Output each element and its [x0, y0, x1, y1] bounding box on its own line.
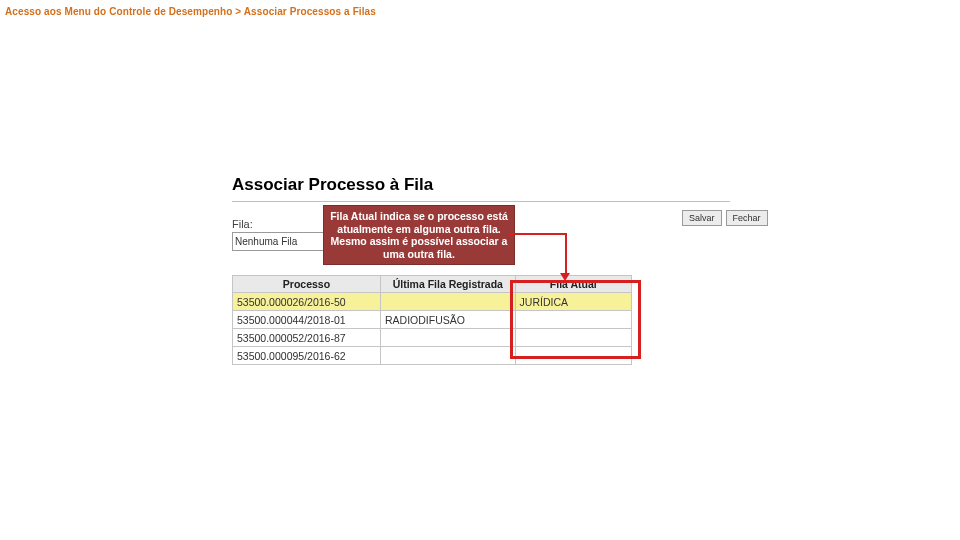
table-row: 53500.000044/2018-01RADIODIFUSÃO	[233, 311, 632, 329]
fila-select-value: Nenhuma Fila	[235, 234, 297, 249]
cell-ultima: RADIODIFUSÃO	[380, 311, 515, 329]
form-panel: Associar Processo à Fila Fila: Nenhuma F…	[232, 175, 730, 365]
col-processo: Processo	[233, 276, 381, 293]
cell-processo: 53500.000095/2016-62	[233, 347, 381, 365]
cell-ultima	[380, 329, 515, 347]
save-button[interactable]: Salvar	[682, 210, 722, 226]
table-row: 53500.000052/2016-87	[233, 329, 632, 347]
title-divider	[232, 201, 730, 202]
table-row: 53500.000026/2016-50JURÍDICA	[233, 293, 632, 311]
table-header-row: Processo Última Fila Registrada Fila Atu…	[233, 276, 632, 293]
cell-atual	[515, 329, 631, 347]
cell-atual: JURÍDICA	[515, 293, 631, 311]
annotation-arrow	[507, 233, 565, 235]
processos-table: Processo Última Fila Registrada Fila Atu…	[232, 275, 632, 365]
col-ultima-fila: Última Fila Registrada	[380, 276, 515, 293]
page-title: Associar Processo à Fila	[232, 175, 730, 195]
action-buttons: Salvar Fechar	[682, 210, 768, 226]
table-row: 53500.000095/2016-62	[233, 347, 632, 365]
cell-processo: 53500.000044/2018-01	[233, 311, 381, 329]
callout-box: Fila Atual indica se o processo está atu…	[323, 205, 515, 265]
cell-ultima	[380, 293, 515, 311]
cell-atual	[515, 311, 631, 329]
annotation-arrow-head	[560, 273, 570, 281]
annotation-arrow	[565, 233, 567, 275]
cell-processo: 53500.000052/2016-87	[233, 329, 381, 347]
cell-atual	[515, 347, 631, 365]
close-button[interactable]: Fechar	[726, 210, 768, 226]
col-fila-atual: Fila Atual	[515, 276, 631, 293]
cell-processo: 53500.000026/2016-50	[233, 293, 381, 311]
breadcrumb: Acesso aos Menu do Controle de Desempenh…	[5, 6, 376, 17]
cell-ultima	[380, 347, 515, 365]
